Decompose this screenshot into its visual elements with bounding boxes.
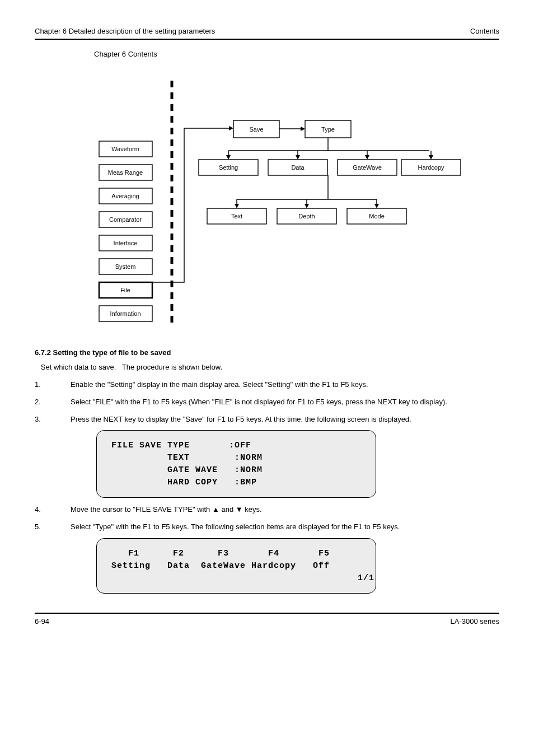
step-1: 1.Enable the "Setting" display in the ma… [35, 380, 499, 390]
svg-text:Data: Data [291, 164, 305, 171]
section-title: 6.7.2 Setting the type of file to be sav… [35, 348, 499, 357]
flow-save: Save [249, 126, 263, 133]
footer-page: 6-94 [35, 617, 49, 626]
svg-text:Depth: Depth [298, 213, 315, 220]
svg-text:System: System [115, 263, 136, 270]
svg-text:Averaging: Averaging [111, 193, 139, 199]
svg-text:Text: Text [231, 213, 242, 220]
svg-marker-12 [301, 127, 305, 131]
svg-text:Meas Range: Meas Range [108, 169, 143, 176]
step-2: 2.Select "FILE" with the F1 to F5 keys (… [35, 397, 499, 408]
svg-marker-39 [305, 204, 309, 208]
svg-text:Mode: Mode [369, 213, 385, 220]
svg-marker-43 [374, 204, 379, 208]
step-4: 4.Move the cursor to "FILE SAVE TYPE" wi… [35, 505, 499, 515]
chapter-toc-title: Chapter 6 Contents [94, 50, 499, 58]
svg-text:Information: Information [110, 310, 140, 317]
svg-text:Comparator: Comparator [109, 216, 142, 223]
svg-text:Hardcopy: Hardcopy [418, 164, 444, 171]
display-panel-3: FILE SAVE TYPE :OFF TEXT :NORM GATE WAVE… [96, 430, 376, 498]
svg-text:Interface: Interface [114, 240, 138, 246]
header-left: Chapter 6 Detailed description of the se… [35, 27, 215, 35]
svg-marker-25 [365, 155, 369, 160]
svg-marker-9 [229, 126, 233, 130]
step-5: 5.Select "Type" with the F1 to F5 keys. … [35, 522, 499, 533]
svg-marker-21 [296, 155, 300, 160]
step-3: 3.Press the NEXT key to display the "Sav… [35, 414, 499, 425]
svg-marker-29 [429, 155, 433, 160]
flow-type: Type [321, 126, 335, 133]
footer-model: LA-3000 series [451, 617, 499, 626]
display-panel-5: F1 F2 F3 F4 F5Setting Data GateWave Hard… [96, 538, 376, 594]
section-intro: Set which data to save. The procedure is… [35, 362, 499, 373]
header-right: Contents [470, 27, 499, 35]
svg-text:GateWave: GateWave [353, 164, 382, 171]
svg-text:File: File [120, 287, 130, 293]
svg-text:Setting: Setting [219, 164, 238, 171]
flow-diagram: WaveformMeas RangeAveragingComparatorInt… [54, 58, 480, 338]
svg-marker-17 [226, 155, 231, 160]
svg-marker-35 [235, 204, 239, 208]
svg-text:Waveform: Waveform [111, 146, 139, 152]
